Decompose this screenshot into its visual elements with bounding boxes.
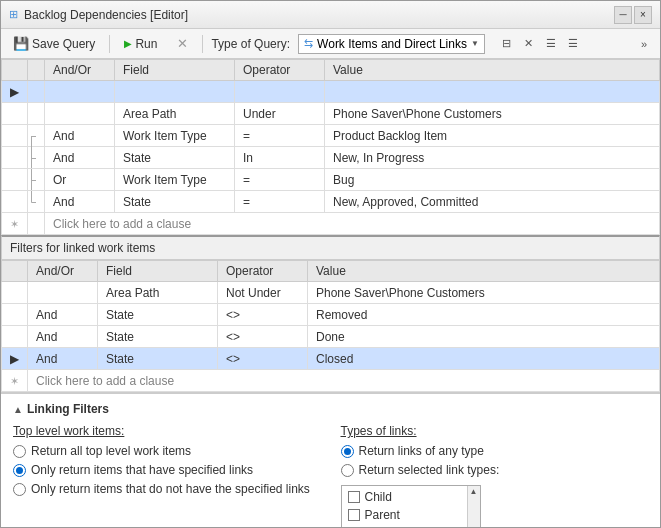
radio-have-links[interactable]: Only return items that have specified li… [13, 463, 321, 477]
toolbar-sep-2 [202, 35, 203, 53]
linking-filters-section: ▲ Linking Filters Top level work items: … [1, 392, 660, 527]
query-type-dropdown[interactable]: ⇆ Work Items and Direct Links ▼ [298, 34, 485, 54]
row-field[interactable]: Work Item Type [115, 169, 235, 191]
row-field[interactable]: State [115, 147, 235, 169]
layout-icon-2[interactable]: ✕ [519, 34, 539, 54]
close-button[interactable]: × [634, 6, 652, 24]
row-operator[interactable]: = [235, 169, 325, 191]
child-label: Child [365, 490, 392, 504]
lth-operator: Operator [218, 261, 308, 282]
row-bracket [28, 191, 45, 213]
row-value[interactable]: New, Approved, Committed [325, 191, 660, 213]
row-andor[interactable]: And [45, 125, 115, 147]
lrow-andor[interactable]: And [28, 326, 98, 348]
row-operator[interactable]: In [235, 147, 325, 169]
parent-checkbox[interactable] [348, 509, 360, 521]
radio-all-items[interactable]: Return all top level work items [13, 444, 321, 458]
layout-icon-3[interactable]: ☰ [541, 34, 561, 54]
lrow-value[interactable]: Closed [308, 348, 660, 370]
more-options-icon[interactable]: » [634, 34, 654, 54]
cancel-button[interactable]: ✕ [171, 33, 194, 54]
list-item[interactable]: Child [344, 488, 466, 506]
row-field[interactable]: Area Path [115, 103, 235, 125]
add-clause-icon: ✶ [10, 218, 19, 230]
add-clause-row[interactable]: ✶ Click here to add a clause [2, 213, 660, 235]
add-clause-text[interactable]: Click here to add a clause [45, 213, 660, 235]
list-item[interactable]: Parent [344, 506, 466, 524]
lrow-value[interactable]: Done [308, 326, 660, 348]
link-types-listbox[interactable]: Child Parent ▲ ▼ [341, 485, 481, 527]
top-query-table: And/Or Field Operator Value ▶ [1, 59, 660, 235]
toolbar-sep-1 [109, 35, 110, 53]
lrow-andor[interactable]: And [28, 348, 98, 370]
run-icon: ▶ [124, 38, 132, 49]
lrow-operator[interactable]: <> [218, 348, 308, 370]
add-clause-bracket [28, 213, 45, 235]
row-andor[interactable]: And [45, 147, 115, 169]
lrow-field[interactable]: Area Path [98, 282, 218, 304]
linked-add-clause-row[interactable]: ✶ Click here to add a clause [2, 370, 660, 392]
lth-andor: And/Or [28, 261, 98, 282]
row-andor[interactable]: Or [45, 169, 115, 191]
row-field[interactable]: Work Item Type [115, 125, 235, 147]
row-operator[interactable]: = [235, 191, 325, 213]
th-bracket [28, 60, 45, 81]
pin-button[interactable]: ─ [614, 6, 632, 24]
layout-icon-1[interactable]: ⊟ [497, 34, 517, 54]
lrow-value[interactable]: Phone Saver\Phone Customers [308, 282, 660, 304]
table-row[interactable]: And State <> Done [2, 326, 660, 348]
radio-selected-types[interactable]: Return selected link types: [341, 463, 649, 477]
row-value[interactable] [325, 81, 660, 103]
child-checkbox[interactable] [348, 491, 360, 503]
row-operator[interactable] [235, 81, 325, 103]
cancel-icon: ✕ [177, 36, 188, 51]
table-row[interactable]: Area Path Not Under Phone Saver\Phone Cu… [2, 282, 660, 304]
table-row[interactable]: And State <> Removed [2, 304, 660, 326]
row-field[interactable] [115, 81, 235, 103]
linked-add-clause-arrow: ✶ [2, 370, 28, 392]
save-query-button[interactable]: 💾 Save Query [7, 33, 101, 54]
row-value[interactable]: Bug [325, 169, 660, 191]
scroll-up-icon[interactable]: ▲ [470, 487, 478, 496]
listbox-scrollbar[interactable]: ▲ ▼ [467, 486, 480, 527]
row-operator[interactable]: Under [235, 103, 325, 125]
row-andor[interactable]: And [45, 191, 115, 213]
radio-any-type[interactable]: Return links of any type [341, 444, 649, 458]
table-row[interactable]: ▶ And State <> Closed [2, 348, 660, 370]
linked-section-header: Filters for linked work items [1, 235, 660, 260]
layout-icon-4[interactable]: ☰ [563, 34, 583, 54]
table-row[interactable]: And Work Item Type = Product Backlog Ite… [2, 125, 660, 147]
lrow-value[interactable]: Removed [308, 304, 660, 326]
table-row[interactable]: ▶ [2, 81, 660, 103]
row-field[interactable]: State [115, 191, 235, 213]
linking-filters-title: Linking Filters [27, 402, 109, 416]
lrow-operator[interactable]: <> [218, 326, 308, 348]
radio-selected-types-circle [341, 464, 354, 477]
row-andor[interactable] [45, 81, 115, 103]
lrow-andor[interactable]: And [28, 304, 98, 326]
scroll-down-icon[interactable]: ▼ [470, 526, 478, 527]
collapse-arrow-icon[interactable]: ▲ [13, 404, 23, 415]
lrow-andor[interactable] [28, 282, 98, 304]
run-button[interactable]: ▶ Run [118, 34, 163, 54]
lrow-field[interactable]: State [98, 348, 218, 370]
row-value[interactable]: New, In Progress [325, 147, 660, 169]
row-arrow [2, 103, 28, 125]
lrow-operator[interactable]: Not Under [218, 282, 308, 304]
linked-add-clause-text[interactable]: Click here to add a clause [28, 370, 660, 392]
row-operator[interactable]: = [235, 125, 325, 147]
lrow-operator[interactable]: <> [218, 304, 308, 326]
lrow-field[interactable]: State [98, 304, 218, 326]
query-type-icon: ⇆ [304, 37, 313, 50]
table-row[interactable]: Area Path Under Phone Saver\Phone Custom… [2, 103, 660, 125]
table-row[interactable]: And State = New, Approved, Committed [2, 191, 660, 213]
lrow-field[interactable]: State [98, 326, 218, 348]
radio-no-links[interactable]: Only return items that do not have the s… [13, 482, 321, 496]
linked-add-clause-icon: ✶ [10, 375, 19, 387]
table-row[interactable]: Or Work Item Type = Bug [2, 169, 660, 191]
row-andor[interactable] [45, 103, 115, 125]
row-value[interactable]: Phone Saver\Phone Customers [325, 103, 660, 125]
radio-selected-types-label: Return selected link types: [359, 463, 500, 477]
table-row[interactable]: And State In New, In Progress [2, 147, 660, 169]
row-value[interactable]: Product Backlog Item [325, 125, 660, 147]
